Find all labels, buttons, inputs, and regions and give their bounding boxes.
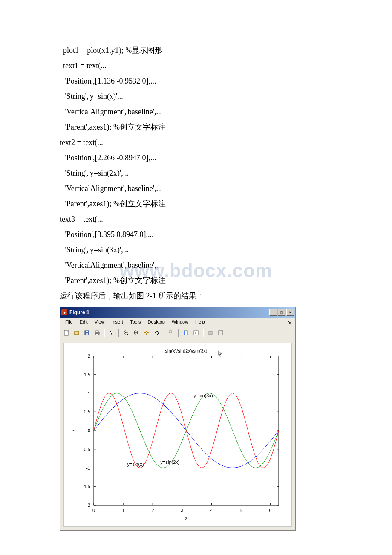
svg-text:3: 3 <box>181 508 183 513</box>
svg-text:1.5: 1.5 <box>84 372 90 377</box>
plot-area: sin(x)/sin(2x)/sin(3x)0123456-2-1.5-1-0.… <box>60 339 295 530</box>
result-caption: 运行该程序后，输出如图 2-1 所示的结果： <box>60 288 332 304</box>
titlebar[interactable]: ⬥ Figure 1 _ □ × <box>60 307 295 318</box>
code-line: 'VerticalAlignment','baseline',... <box>60 104 332 119</box>
code-line: 'Position',[2.266 -0.8947 0],... <box>60 150 332 165</box>
code-line: 'Parent',axes1); %创立文字标注 <box>60 196 332 211</box>
code-line: plot1 = plot(x1,y1); %显示图形 <box>60 43 332 58</box>
svg-rect-6 <box>96 334 98 335</box>
document-page: www.bdocx.com plot1 = plot(x1,y1); %显示图形… <box>0 0 392 555</box>
legend-icon[interactable] <box>191 328 201 338</box>
code-line: 'VerticalAlignment','baseline',... <box>60 181 332 196</box>
hide-plot-icon[interactable] <box>206 328 215 338</box>
matlab-figure-window: ⬥ Figure 1 _ □ × File Edit View Insert T… <box>60 307 296 531</box>
svg-rect-23 <box>209 331 212 335</box>
close-button[interactable]: × <box>286 309 294 316</box>
svg-text:x: x <box>185 515 187 520</box>
svg-text:2: 2 <box>88 353 90 358</box>
menu-file[interactable]: File <box>62 318 76 326</box>
menu-window[interactable]: Window <box>168 318 192 326</box>
maximize-button[interactable]: □ <box>278 309 285 316</box>
svg-text:y=sin(3x): y=sin(3x) <box>194 393 213 398</box>
svg-text:y=sin(2x): y=sin(2x) <box>161 460 180 465</box>
menu-insert[interactable]: Insert <box>108 318 127 326</box>
toolbar-separator <box>164 329 164 337</box>
svg-line-8 <box>127 334 128 335</box>
toolbar <box>60 327 295 339</box>
svg-text:5: 5 <box>239 508 242 513</box>
svg-line-16 <box>171 333 173 335</box>
svg-text:-1.5: -1.5 <box>82 484 90 489</box>
code-line: 'String','y=sin(2x)',... <box>60 165 332 181</box>
svg-text:y=sin(x): y=sin(x) <box>127 462 144 467</box>
menu-view[interactable]: View <box>91 318 108 326</box>
toolbar-separator <box>104 329 105 337</box>
menu-help[interactable]: Help <box>192 318 208 326</box>
save-icon[interactable] <box>82 328 92 338</box>
svg-text:-0.5: -0.5 <box>82 447 90 452</box>
new-icon[interactable] <box>62 328 71 338</box>
toolbar-separator <box>203 329 204 337</box>
svg-rect-5 <box>96 331 98 332</box>
svg-text:sin(x)/sin(2x)/sin(3x): sin(x)/sin(2x)/sin(3x) <box>165 348 207 353</box>
rotate-icon[interactable] <box>152 328 161 338</box>
menu-tools[interactable]: Tools <box>127 318 144 326</box>
svg-text:-2: -2 <box>86 503 90 508</box>
svg-point-14 <box>146 332 147 334</box>
code-line: text2 = text(... <box>60 135 332 150</box>
data-cursor-icon[interactable] <box>167 328 176 338</box>
code-line: 'Position',[1.136 -0.9532 0],... <box>60 73 332 89</box>
pan-icon[interactable] <box>142 328 151 338</box>
svg-text:6: 6 <box>269 508 272 513</box>
code-line: 'Parent',axes1); %创立文字标注 <box>60 273 332 288</box>
code-line: 'VerticalAlignment','baseline',... <box>60 257 332 273</box>
pointer-icon[interactable] <box>107 328 116 338</box>
svg-text:0: 0 <box>88 428 90 433</box>
svg-text:4: 4 <box>210 508 213 513</box>
svg-text:y: y <box>70 429 75 432</box>
code-line: 'Parent',axes1); %创立文字标注 <box>60 119 332 135</box>
svg-rect-24 <box>219 331 223 335</box>
matlab-icon: ⬥ <box>61 309 67 315</box>
show-plot-icon[interactable] <box>216 328 225 338</box>
svg-text:0.5: 0.5 <box>84 409 90 414</box>
menubar: File Edit View Insert Tools Desktop Wind… <box>60 318 295 327</box>
svg-rect-2 <box>86 333 88 335</box>
window-buttons: _ □ × <box>269 309 294 316</box>
svg-rect-15 <box>169 331 172 333</box>
menu-desktop[interactable]: Desktop <box>144 318 168 326</box>
minimize-button[interactable]: _ <box>269 309 277 316</box>
svg-rect-18 <box>184 331 185 335</box>
toolbar-separator <box>178 329 179 337</box>
code-line: 'Position',[3.395 0.8947 0],... <box>60 227 332 242</box>
code-line: 'String','y=sin(x)',... <box>60 89 332 104</box>
svg-rect-19 <box>194 331 198 335</box>
menu-edit[interactable]: Edit <box>76 318 91 326</box>
code-line: 'String','y=sin(3x)',... <box>60 242 332 257</box>
svg-text:1: 1 <box>88 391 90 396</box>
svg-rect-3 <box>86 331 88 332</box>
print-icon[interactable] <box>92 328 102 338</box>
colorbar-icon[interactable] <box>181 328 190 338</box>
zoom-out-icon[interactable] <box>132 328 141 338</box>
svg-text:0: 0 <box>92 508 95 513</box>
open-icon[interactable] <box>72 328 81 338</box>
code-line: text3 = text(... <box>60 211 332 227</box>
svg-text:2: 2 <box>151 508 154 513</box>
svg-text:-1: -1 <box>86 465 90 471</box>
svg-line-12 <box>137 334 138 335</box>
window-title: Figure 1 <box>69 309 269 315</box>
chart[interactable]: sin(x)/sin(2x)/sin(3x)0123456-2-1.5-1-0.… <box>63 343 292 527</box>
dock-arrow[interactable]: ↘ <box>285 318 294 326</box>
svg-text:1: 1 <box>122 508 124 513</box>
toolbar-separator <box>118 329 119 337</box>
zoom-in-icon[interactable] <box>121 328 131 338</box>
code-line: text1 = text(... <box>60 58 332 73</box>
